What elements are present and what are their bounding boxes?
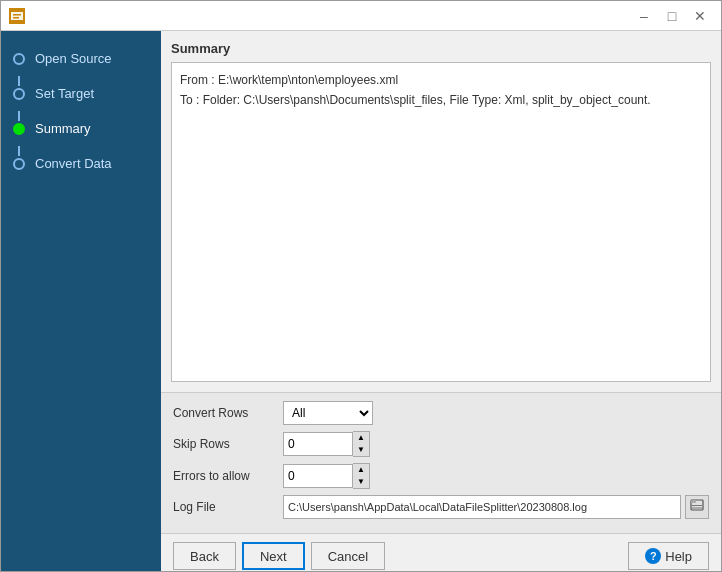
svg-rect-5 (691, 500, 696, 503)
svg-rect-6 (692, 505, 702, 506)
maximize-button[interactable]: □ (659, 6, 685, 26)
right-panel: Summary From : E:\work\temp\nton\employe… (161, 31, 721, 571)
sidebar: Open Source Set Target Summary Convert D… (1, 31, 161, 571)
sidebar-item-convert-data[interactable]: Convert Data (1, 146, 161, 181)
summary-label: Summary (35, 121, 91, 136)
errors-to-allow-label: Errors to allow (173, 469, 283, 483)
convert-rows-label: Convert Rows (173, 406, 283, 420)
help-label: Help (665, 549, 692, 564)
title-bar: – □ ✕ (1, 1, 721, 31)
convert-data-indicator (13, 158, 25, 170)
convert-data-label: Convert Data (35, 156, 112, 171)
svg-rect-7 (692, 507, 702, 508)
svg-rect-2 (13, 14, 21, 16)
bottom-bar: Back Next Cancel ? Help (161, 533, 721, 571)
browse-button[interactable] (685, 495, 709, 519)
set-target-indicator (13, 88, 25, 100)
skip-rows-row: Skip Rows ▲ ▼ (173, 431, 709, 457)
back-button[interactable]: Back (173, 542, 236, 570)
set-target-label: Set Target (35, 86, 94, 101)
log-file-row: Log File (173, 495, 709, 519)
summary-indicator (13, 123, 25, 135)
svg-rect-3 (13, 17, 19, 19)
sidebar-item-set-target[interactable]: Set Target (1, 76, 161, 111)
sidebar-item-summary[interactable]: Summary (1, 111, 161, 146)
minimize-button[interactable]: – (631, 6, 657, 26)
open-source-label: Open Source (35, 51, 112, 66)
skip-rows-label: Skip Rows (173, 437, 283, 451)
app-icon (9, 8, 25, 24)
summary-box: From : E:\work\temp\nton\employees.xml T… (171, 62, 711, 382)
help-button[interactable]: ? Help (628, 542, 709, 570)
browse-icon (690, 499, 704, 516)
sidebar-item-open-source[interactable]: Open Source (1, 41, 161, 76)
form-area: Convert Rows All First Last Skip Rows (161, 392, 721, 533)
convert-rows-select[interactable]: All First Last (283, 401, 373, 425)
summary-title: Summary (171, 41, 711, 56)
from-line: From : E:\work\temp\nton\employees.xml (180, 71, 702, 89)
errors-to-allow-input[interactable] (283, 464, 353, 488)
main-window: – □ ✕ Open Source Set Target Summary (0, 0, 722, 572)
skip-rows-input[interactable] (283, 432, 353, 456)
help-icon: ? (645, 548, 661, 564)
log-file-label: Log File (173, 500, 283, 514)
errors-to-allow-row: Errors to allow ▲ ▼ (173, 463, 709, 489)
next-button[interactable]: Next (242, 542, 305, 570)
open-source-indicator (13, 53, 25, 65)
errors-up-button[interactable]: ▲ (353, 464, 369, 476)
skip-rows-up-button[interactable]: ▲ (353, 432, 369, 444)
close-button[interactable]: ✕ (687, 6, 713, 26)
skip-rows-down-button[interactable]: ▼ (353, 444, 369, 456)
main-content: Open Source Set Target Summary Convert D… (1, 31, 721, 571)
cancel-button[interactable]: Cancel (311, 542, 385, 570)
summary-section: Summary From : E:\work\temp\nton\employe… (161, 31, 721, 392)
errors-down-button[interactable]: ▼ (353, 476, 369, 488)
to-line: To : Folder: C:\Users\pansh\Documents\sp… (180, 91, 702, 109)
convert-rows-row: Convert Rows All First Last (173, 401, 709, 425)
log-file-input[interactable] (283, 495, 681, 519)
svg-rect-1 (11, 12, 23, 20)
